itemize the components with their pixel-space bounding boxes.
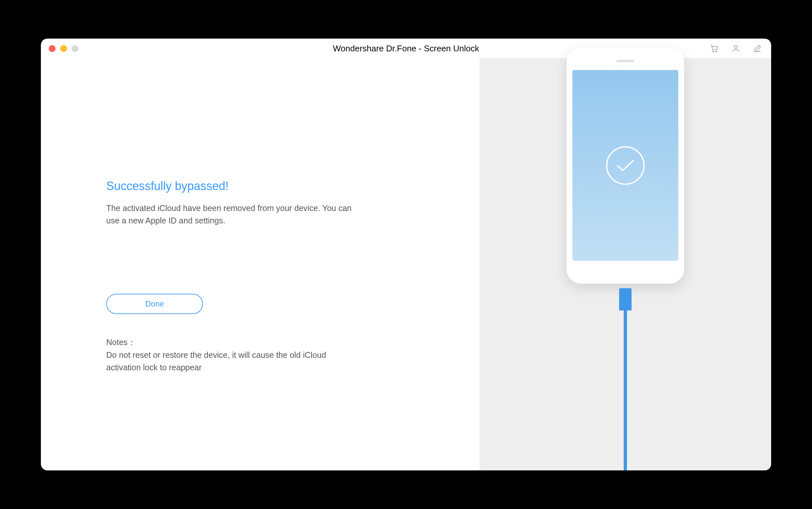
- svg-point-1: [715, 51, 717, 52]
- toolbar: [710, 44, 762, 53]
- window-minimize-button[interactable]: [60, 45, 67, 52]
- cart-icon[interactable]: [710, 44, 719, 53]
- phone-screen: [573, 70, 678, 261]
- notes-label: Notes：: [106, 337, 361, 348]
- phone-body: [566, 48, 684, 283]
- done-button[interactable]: Done: [106, 294, 203, 314]
- phone-speaker: [617, 60, 634, 62]
- svg-point-2: [734, 45, 737, 48]
- left-inner: Successfully bypassed! The activated iCl…: [41, 58, 400, 374]
- user-icon[interactable]: [731, 44, 740, 53]
- success-description: The activated iCloud have been removed f…: [106, 202, 361, 227]
- app-window: Wondershare Dr.Fone - Screen Unlock: [41, 39, 771, 470]
- right-panel: [480, 58, 771, 470]
- svg-point-0: [713, 51, 714, 52]
- edit-icon[interactable]: [753, 44, 762, 53]
- success-heading: Successfully bypassed!: [106, 179, 361, 193]
- window-maximize-button[interactable]: [72, 45, 78, 52]
- left-panel: Successfully bypassed! The activated iCl…: [41, 58, 480, 470]
- notes-text: Do not reset or restore the device, it w…: [106, 349, 361, 374]
- checkmark-circle-icon: [606, 146, 644, 185]
- traffic-lights: [49, 45, 78, 52]
- done-button-label: Done: [145, 299, 164, 308]
- phone-cable: [624, 310, 627, 470]
- window-title: Wondershare Dr.Fone - Screen Unlock: [333, 43, 479, 54]
- content-area: Successfully bypassed! The activated iCl…: [41, 58, 771, 470]
- window-close-button[interactable]: [49, 45, 56, 52]
- phone-connector: [619, 288, 632, 310]
- phone-illustration: [566, 55, 684, 470]
